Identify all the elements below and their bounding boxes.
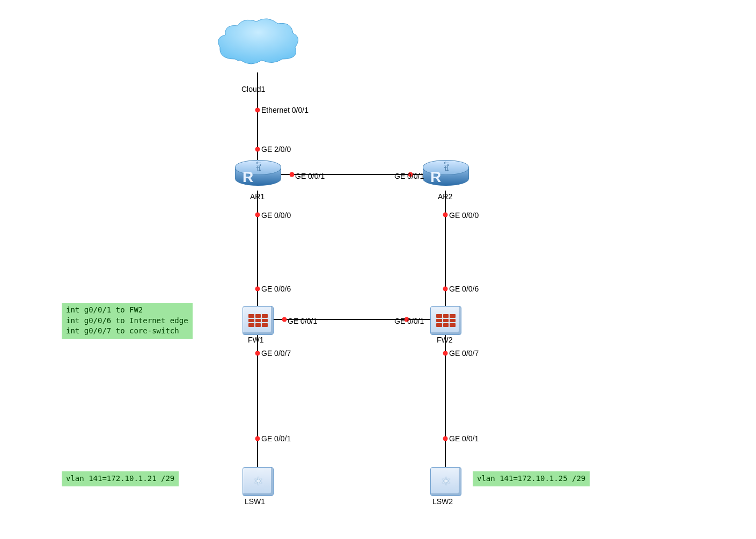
- dot-ar1-ge00: [255, 213, 260, 217]
- switch-lsw2[interactable]: ✶: [430, 467, 461, 496]
- fw1-label: FW1: [248, 336, 264, 344]
- ar1-label: AR1: [250, 192, 265, 201]
- port-fw1-ge1: GE 0/0/1: [288, 317, 317, 325]
- dot-fw2-ge7: [443, 351, 448, 356]
- dot-fw1-ge6: [255, 287, 260, 292]
- dot-fw1-ge7: [255, 351, 260, 356]
- dot-lsw1-ge1: [255, 436, 260, 441]
- port-lsw2-ge1: GE 0/0/1: [449, 434, 479, 443]
- dot-ar1-ge01: [290, 172, 295, 177]
- port-ar2-ge00: GE 0/0/0: [449, 211, 479, 220]
- dot-cloud-eth: [255, 108, 260, 113]
- note-vlan-lsw1: vlan 141=172.10.1.21 /29: [62, 471, 179, 486]
- dot-fw2-ge6: [443, 287, 448, 292]
- lsw1-label: LSW1: [245, 497, 265, 506]
- firewall-fw1[interactable]: [243, 306, 274, 335]
- port-fw2-ge7: GE 0/0/7: [449, 349, 479, 358]
- router-ar2[interactable]: ⇆⇅ R: [423, 160, 468, 190]
- port-fw2-ge1: GE 0/0/1: [394, 317, 424, 325]
- router-ar1[interactable]: ⇆⇅ R: [235, 160, 280, 190]
- port-fw2-ge6: GE 0/0/6: [449, 285, 479, 293]
- port-fw1-ge7: GE 0/0/7: [261, 349, 291, 358]
- firewall-fw2[interactable]: [430, 306, 461, 335]
- port-fw1-ge6: GE 0/0/6: [261, 285, 291, 293]
- port-cloud-eth: Ethernet 0/0/1: [261, 106, 309, 114]
- dot-ar1-ge2: [255, 147, 260, 152]
- switch-lsw1[interactable]: ✶: [243, 467, 274, 496]
- port-lsw1-ge1: GE 0/0/1: [261, 434, 291, 443]
- dot-fw1-ge1: [282, 317, 287, 322]
- dot-ar2-ge00: [443, 213, 448, 217]
- ar2-label: AR2: [438, 192, 452, 201]
- links-layer: [0, 0, 756, 539]
- port-ar1-ge01: GE 0/0/1: [295, 172, 325, 180]
- note-vlan-lsw2: vlan 141=172.10.1.25 /29: [473, 471, 590, 486]
- dot-lsw2-ge1: [443, 436, 448, 441]
- cloud-icon[interactable]: [214, 16, 302, 75]
- port-ar1-ge2: GE 2/0/0: [261, 145, 291, 154]
- lsw2-label: LSW2: [432, 497, 453, 506]
- cloud-label: Cloud1: [241, 85, 265, 93]
- note-fw-ports: int g0/0/1 to FW2 int g0/0/6 to Internet…: [62, 303, 193, 339]
- fw2-label: FW2: [437, 336, 453, 344]
- port-ar2-ge01: GE 0/0/1: [394, 172, 424, 180]
- port-ar1-ge00: GE 0/0/0: [261, 211, 291, 220]
